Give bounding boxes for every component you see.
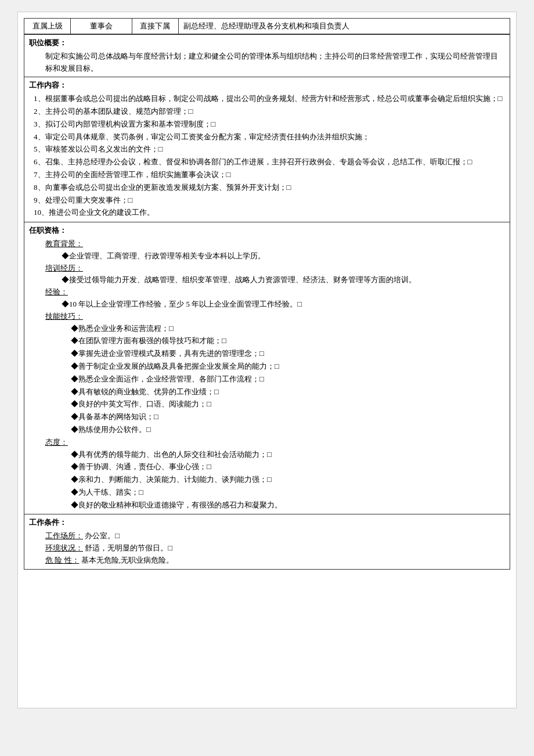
skill-item: ◆具备基本的网络知识；□ <box>62 411 505 423</box>
training-section: 培训经历： ◆接受过领导能力开发、战略管理、组织变革管理、战略人力资源管理、经济… <box>29 262 505 287</box>
skills-section: 技能技巧： ◆熟悉企业业务和运营流程；□◆在团队管理方面有极强的领导技巧和才能；… <box>29 311 505 436</box>
experience-content: ◆10 年以上企业管理工作经验，至少 5 年以上企业全面管理工作经验。□ <box>45 298 505 311</box>
education-title: 教育背景： <box>45 239 83 248</box>
header-table: 直属上级 董事会 直接下属 副总经理、总经理助理及各分支机构和项目负责人 <box>24 18 510 34</box>
work-item: 7、主持公司的全面经营管理工作，组织实施董事会决议；□ <box>29 169 505 181</box>
work-item: 9、处理公司重大突发事件；□ <box>29 195 505 207</box>
education-section: 教育背景： ◆企业管理、工商管理、行政管理等相关专业本科以上学历。 <box>29 238 505 262</box>
work-item: 10、推进公司企业文化的建设工作。 <box>29 207 505 219</box>
attitude-item: ◆为人干练、踏实；□ <box>62 487 505 499</box>
work-items-list: 1、根据董事会或总公司提出的战略目标，制定公司战略，提出公司的业务规划、经营方针… <box>29 93 505 219</box>
attitude-item: ◆亲和力、判断能力、决策能力、计划能力、谈判能力强；□ <box>62 474 505 486</box>
attitude-item: ◆良好的敬业精神和职业道德操守，有很强的感召力和凝聚力。 <box>62 499 505 512</box>
hazard-label: 危 险 性： <box>45 556 80 564</box>
workplace-value: 办公室。□ <box>85 531 120 540</box>
experience-section: 经验： ◆10 年以上企业管理工作经验，至少 5 年以上企业全面管理工作经验。□ <box>29 286 505 311</box>
subordinate-value: 副总经理、总经理助理及各分支机构和项目负责人 <box>178 19 510 34</box>
skill-item: ◆熟悉企业业务和运营流程；□ <box>62 323 505 335</box>
skill-item: ◆熟悉企业全面运作，企业经营管理、各部门工作流程；□ <box>62 373 505 386</box>
environment-line: 环境状况： 舒适，无明显的节假日。□ <box>29 542 505 555</box>
overview-row: 职位概要： 制定和实施公司总体战略与年度经营计划；建立和健全公司的管理体系与组织… <box>24 35 510 77</box>
attitude-title: 态度： <box>45 438 68 447</box>
qualification-cell: 任职资格： 教育背景： ◆企业管理、工商管理、行政管理等相关专业本科以上学历。 … <box>24 222 510 514</box>
experience-title: 经验： <box>45 287 68 296</box>
work-content-title: 工作内容： <box>29 80 505 92</box>
work-conditions-row: 工作条件： 工作场所： 办公室。□ 环境状况： 舒适，无明显的节假日。□ 危 险… <box>24 514 510 569</box>
training-title: 培训经历： <box>45 264 83 272</box>
skill-item: ◆在团队管理方面有极强的领导技巧和才能；□ <box>62 335 505 347</box>
attitude-item: ◆善于协调、沟通，责任心、事业心强；□ <box>62 461 505 473</box>
hazard-line: 危 险 性： 基本无危险,无职业病危险。 <box>29 555 505 567</box>
superior-value: 董事会 <box>71 19 132 34</box>
work-item: 6、召集、主持总经理办公会议，检查、督促和协调各部门的工作进展，主持召开行政例会… <box>29 156 505 168</box>
work-conditions-title: 工作条件： <box>29 517 505 529</box>
skill-item: ◆善于制定企业发展的战略及具备把握企业发展全局的能力；□ <box>62 361 505 373</box>
superior-label: 直属上级 <box>24 19 71 34</box>
workplace-label: 工作场所： <box>45 531 83 540</box>
qualification-row: 任职资格： 教育背景： ◆企业管理、工商管理、行政管理等相关专业本科以上学历。 … <box>24 222 510 514</box>
skills-title: 技能技巧： <box>45 312 83 321</box>
work-content-row: 工作内容： 1、根据董事会或总公司提出的战略目标，制定公司战略，提出公司的业务规… <box>24 77 510 222</box>
attitude-items-list: ◆具有优秀的领导能力、出色的人际交往和社会活动能力；□◆善于协调、沟通，责任心、… <box>45 449 505 512</box>
skill-item: ◆具有敏锐的商业触觉、优异的工作业绩；□ <box>62 386 505 398</box>
work-item: 4、审定公司具体规章、奖罚条例，审定公司工资奖金分配方案，审定经济责任挂钩办法并… <box>29 131 505 143</box>
work-item: 5、审核签发以公司名义发出的文件；□ <box>29 143 505 156</box>
main-content-table: 职位概要： 制定和实施公司总体战略与年度经营计划；建立和健全公司的管理体系与组织… <box>24 34 510 570</box>
training-content: ◆接受过领导能力开发、战略管理、组织变革管理、战略人力资源管理、经济法、财务管理… <box>45 274 505 286</box>
overview-title: 职位概要： <box>29 37 505 49</box>
skill-item: ◆熟练使用办公软件。□ <box>62 424 505 436</box>
work-conditions-cell: 工作条件： 工作场所： 办公室。□ 环境状况： 舒适，无明显的节假日。□ 危 险… <box>24 514 510 569</box>
environment-value: 舒适，无明显的节假日。□ <box>85 543 172 552</box>
work-item: 1、根据董事会或总公司提出的战略目标，制定公司战略，提出公司的业务规划、经营方针… <box>29 93 505 105</box>
work-item: 3、拟订公司内部管理机构设置方案和基本管理制度；□ <box>29 118 505 131</box>
subordinate-label: 直接下属 <box>132 19 178 34</box>
work-content-cell: 工作内容： 1、根据董事会或总公司提出的战略目标，制定公司战略，提出公司的业务规… <box>24 77 510 222</box>
overview-cell: 职位概要： 制定和实施公司总体战略与年度经营计划；建立和健全公司的管理体系与组织… <box>24 35 510 77</box>
work-item: 8、向董事会或总公司提出企业的更新改造发展规划方案、预算外开支计划；□ <box>29 182 505 194</box>
attitude-section: 态度： ◆具有优秀的领导能力、出色的人际交往和社会活动能力；□◆善于协调、沟通，… <box>29 437 505 512</box>
attitude-item: ◆具有优秀的领导能力、出色的人际交往和社会活动能力；□ <box>62 449 505 461</box>
hazard-value: 基本无危险,无职业病危险。 <box>81 556 174 564</box>
skill-item: ◆良好的中英文写作、口语、阅读能力；□ <box>62 398 505 411</box>
workplace-line: 工作场所： 办公室。□ <box>29 530 505 542</box>
education-content: ◆企业管理、工商管理、行政管理等相关专业本科以上学历。 <box>45 250 505 262</box>
overview-content: 制定和实施公司总体战略与年度经营计划；建立和健全公司的管理体系与组织结构；主持公… <box>29 51 505 75</box>
work-item: 2、主持公司的基本团队建设、规范内部管理；□ <box>29 106 505 118</box>
page-container: 直属上级 董事会 直接下属 副总经理、总经理助理及各分支机构和项目负责人 职位概… <box>17 12 517 708</box>
skill-item: ◆掌握先进企业管理模式及精要，具有先进的管理理念；□ <box>62 348 505 360</box>
skills-items-list: ◆熟悉企业业务和运营流程；□◆在团队管理方面有极强的领导技巧和才能；□◆掌握先进… <box>45 323 505 436</box>
qualification-title: 任职资格： <box>29 225 505 237</box>
environment-label: 环境状况： <box>45 543 83 552</box>
